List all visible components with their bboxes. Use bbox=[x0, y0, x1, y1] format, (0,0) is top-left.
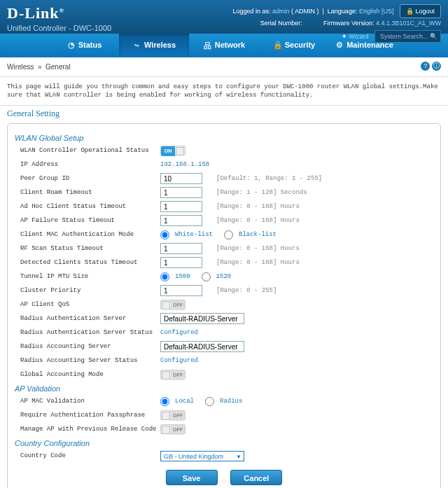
radio-white[interactable] bbox=[160, 230, 169, 239]
radio-mtu-1500[interactable] bbox=[160, 272, 169, 281]
main-nav: ◔Status ⏦Wireless 品Network 🔒Security ⚙Ma… bbox=[0, 34, 448, 57]
input-cluster[interactable] bbox=[160, 285, 202, 296]
cancel-button[interactable]: Cancel bbox=[230, 470, 282, 485]
label-radacct: Radius Accounting Server bbox=[20, 343, 160, 350]
label-radauthst: Radius Authentication Server Status bbox=[20, 329, 160, 336]
hint-apfail: [Range: 0 - 168] Hours bbox=[216, 217, 300, 224]
value-ip: 192.168.1.158 bbox=[160, 161, 209, 168]
radio-local[interactable] bbox=[160, 397, 169, 406]
label-global: Global Accounting Mode bbox=[20, 371, 160, 378]
group-wlan: WLAN Global Setup bbox=[15, 134, 433, 142]
label-wlan-ctrl: WLAN Controller Operational Status bbox=[20, 147, 160, 154]
section-title: General Setting bbox=[0, 105, 448, 123]
label-mtu: Tunnel IP MTU Size bbox=[20, 273, 160, 280]
lbl-mtu-1500: 1500 bbox=[175, 273, 190, 280]
network-icon: 品 bbox=[203, 41, 213, 50]
info-icon[interactable]: ⓘ bbox=[432, 62, 441, 71]
lbl-radius: Radius bbox=[220, 398, 242, 405]
nav-network[interactable]: 品Network bbox=[189, 34, 259, 57]
user-link[interactable]: admin bbox=[272, 8, 290, 15]
label-cluster: Cluster Priority bbox=[20, 287, 160, 294]
language-label: Language: bbox=[328, 8, 358, 15]
input-peer[interactable] bbox=[160, 173, 202, 184]
label-reqpass: Require Authentication Passphrase bbox=[20, 412, 160, 419]
crumb-general: General bbox=[46, 63, 71, 71]
logged-in-label: Logged in as: bbox=[232, 8, 270, 15]
lbl-white: White-list bbox=[175, 231, 213, 238]
hint-roam: [Range: 1 - 120] Seconds bbox=[216, 189, 307, 196]
label-roam: Client Roam Timeout bbox=[20, 189, 160, 196]
wifi-icon: ⏦ bbox=[132, 41, 142, 50]
input-radauth[interactable] bbox=[160, 313, 244, 324]
radio-black[interactable] bbox=[224, 230, 233, 239]
lbl-mtu-1520: 1520 bbox=[216, 273, 232, 280]
header: D-Link® Unified Controller - DWC-1000 Lo… bbox=[0, 0, 448, 34]
label-apmac: AP MAC Validation bbox=[20, 398, 160, 405]
label-country: Country Code bbox=[20, 452, 160, 459]
label-peer: Peer Group ID bbox=[20, 175, 160, 182]
lbl-local: Local bbox=[175, 398, 194, 405]
input-adhoc[interactable] bbox=[160, 201, 202, 212]
label-rfscan: RF Scan Status Timeout bbox=[20, 245, 160, 252]
crumb-wireless[interactable]: Wireless bbox=[7, 63, 34, 71]
radio-mtu-1520[interactable] bbox=[202, 272, 211, 281]
value-radauthst: Configured bbox=[160, 329, 198, 336]
toggle-global[interactable] bbox=[160, 370, 186, 379]
logout-button[interactable]: 🔒 Logout bbox=[400, 4, 441, 18]
settings-panel: WLAN Global Setup WLAN Controller Operat… bbox=[7, 123, 441, 488]
lbl-black: Black-list bbox=[239, 231, 276, 238]
label-apfail: AP Failure Status Timeout bbox=[20, 217, 160, 224]
hint-rfscan: [Range: 0 - 168] Hours bbox=[216, 245, 300, 252]
nav-status[interactable]: ◔Status bbox=[49, 34, 119, 57]
input-detect[interactable] bbox=[160, 257, 202, 268]
toggle-reqpass[interactable] bbox=[160, 410, 186, 420]
label-mac: Client MAC Authentication Mode bbox=[20, 231, 160, 238]
language-link[interactable]: English [US] bbox=[359, 8, 394, 15]
label-radacctst: Radius Accounting Server Status bbox=[20, 357, 160, 364]
lock-icon: 🔒 bbox=[273, 41, 283, 50]
firmware-link[interactable]: 4.4.1.3B101C_A1_WW bbox=[376, 20, 441, 27]
page-description: This page will guide you through common … bbox=[0, 77, 448, 105]
hint-cluster: [Range: 0 - 255] bbox=[216, 287, 276, 294]
radio-radius[interactable] bbox=[205, 397, 214, 406]
toggle-qos[interactable] bbox=[160, 300, 186, 309]
hint-adhoc: [Range: 0 - 168] Hours bbox=[216, 203, 300, 210]
user-role: ( ADMIN ) bbox=[291, 8, 319, 15]
save-button[interactable]: Save bbox=[166, 470, 218, 485]
label-radauth: Radius Authentication Server bbox=[20, 315, 160, 322]
input-rfscan[interactable] bbox=[160, 243, 202, 254]
serial-label: Serial Number: bbox=[260, 20, 302, 27]
breadcrumb: Wireless » General ? ⓘ bbox=[0, 57, 448, 77]
hint-detect: [Range: 0 - 168] Hours bbox=[216, 259, 300, 266]
label-adhoc: Ad Hoc Client Status Timeout bbox=[20, 203, 160, 210]
label-detect: Detected Clients Status Timeout bbox=[20, 259, 160, 266]
nav-maintenance[interactable]: ⚙Maintenance bbox=[329, 34, 399, 57]
gear-icon: ⚙ bbox=[335, 41, 344, 50]
label-ip: IP Address bbox=[20, 161, 160, 168]
group-apv: AP Validation bbox=[15, 384, 433, 393]
firmware-label: Firmware Version: bbox=[323, 20, 374, 27]
group-cc: Country Configuration bbox=[15, 439, 433, 447]
label-qos: AP Client QoS bbox=[20, 301, 160, 308]
value-radacctst: Configured bbox=[160, 357, 198, 364]
input-apfail[interactable] bbox=[160, 215, 202, 226]
gauge-icon: ◔ bbox=[66, 41, 76, 50]
hint-peer: [Default: 1, Range: 1 - 255] bbox=[216, 175, 322, 182]
nav-wireless[interactable]: ⏦Wireless bbox=[119, 34, 189, 57]
toggle-prev[interactable] bbox=[160, 424, 186, 434]
label-prev: Manage AP with Previous Release Code bbox=[20, 426, 160, 433]
input-radacct[interactable] bbox=[160, 341, 244, 352]
select-country[interactable]: GB - United Kingdom bbox=[160, 451, 244, 461]
input-roam[interactable] bbox=[160, 187, 202, 198]
nav-security[interactable]: 🔒Security bbox=[259, 34, 329, 57]
toggle-wlan-ctrl[interactable] bbox=[160, 146, 186, 155]
help-icon[interactable]: ? bbox=[421, 62, 430, 71]
